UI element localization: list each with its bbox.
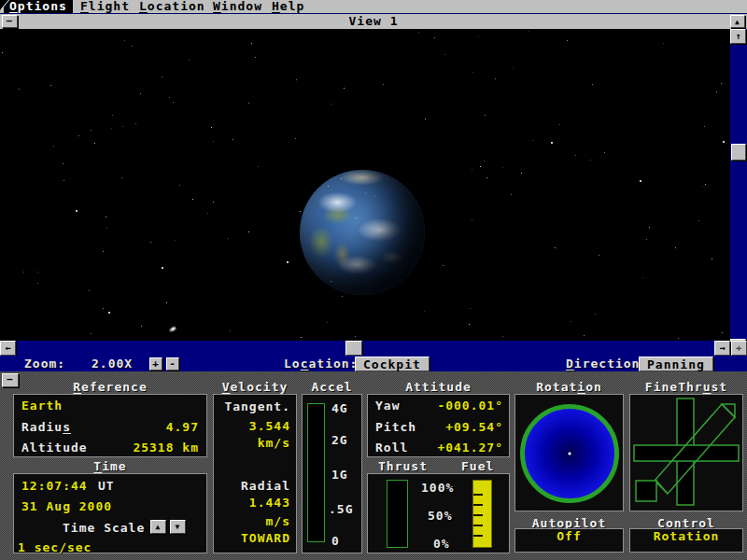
star bbox=[251, 43, 252, 44]
star bbox=[723, 141, 725, 143]
star bbox=[472, 72, 473, 73]
finethrust-box bbox=[629, 394, 743, 511]
view-status-bar: Zoom: 2.00X + - Location: Cockpit Direct… bbox=[0, 356, 747, 372]
star bbox=[150, 242, 151, 243]
time-box: 12:07:44 UT 31 Aug 2000 Time Scale ▲ ▼ 1… bbox=[13, 473, 207, 553]
yaw-value: -000.01° bbox=[437, 399, 503, 413]
autopilot-value: Off bbox=[557, 529, 581, 543]
horizontal-scroll-thumb[interactable] bbox=[345, 341, 362, 356]
star bbox=[356, 217, 357, 218]
star bbox=[649, 227, 650, 228]
finethrust-icon bbox=[630, 395, 742, 511]
location-button[interactable]: Cockpit bbox=[355, 357, 430, 371]
direction-button[interactable]: Panning bbox=[639, 357, 713, 371]
zoom-in-button[interactable]: + bbox=[149, 357, 162, 371]
star bbox=[642, 277, 643, 278]
star bbox=[106, 228, 107, 229]
reference-box: Earth Radius 4.97 Altitude 25318 km bbox=[13, 394, 207, 457]
star bbox=[513, 68, 514, 69]
scroll-up-icon[interactable]: ↑ bbox=[730, 29, 746, 44]
star bbox=[418, 32, 419, 33]
space-view[interactable] bbox=[0, 29, 730, 341]
control-toggle[interactable]: Rotation bbox=[629, 528, 743, 553]
menu-item-flight[interactable]: Flight bbox=[75, 0, 135, 13]
zoom-value: 2.00X bbox=[92, 356, 133, 372]
star bbox=[179, 185, 180, 186]
star bbox=[705, 184, 706, 185]
star bbox=[258, 166, 259, 167]
menu-item-window[interactable]: Window bbox=[207, 0, 268, 13]
star bbox=[521, 173, 522, 174]
radial-unit: m/s bbox=[266, 514, 290, 528]
time-rate-value: 1 sec/sec bbox=[18, 540, 92, 554]
star bbox=[213, 202, 214, 203]
star bbox=[63, 180, 64, 181]
vertical-scroll-thumb[interactable] bbox=[731, 144, 746, 161]
control-value: Rotation bbox=[654, 529, 720, 543]
horizontal-scrollbar[interactable]: ← → bbox=[0, 341, 730, 356]
star bbox=[162, 267, 163, 269]
star bbox=[584, 335, 585, 336]
clock-suffix: UT bbox=[98, 479, 115, 493]
pan-view-icon[interactable]: ✛ bbox=[731, 341, 747, 356]
velocity-box: Tangent. 3.544 km/s Radial 1.443 m/s TOW… bbox=[213, 394, 297, 553]
accel-tick-0: 0 bbox=[331, 534, 340, 548]
roll-label: Roll bbox=[375, 441, 408, 455]
star bbox=[502, 167, 503, 168]
star bbox=[575, 155, 576, 156]
star bbox=[559, 124, 560, 125]
accel-tick-1g: 1G bbox=[331, 468, 348, 482]
view-titlebar[interactable]: − View 1 ▲ bbox=[0, 14, 747, 29]
star bbox=[211, 127, 212, 128]
zoom-out-button[interactable]: - bbox=[166, 357, 179, 371]
star bbox=[704, 126, 705, 127]
application-window: Options Flight Location Window Help − Vi… bbox=[0, 0, 747, 560]
menu-item-location[interactable]: Location bbox=[134, 0, 211, 13]
star bbox=[230, 330, 231, 331]
time-scale-down-icon[interactable]: ▼ bbox=[170, 520, 186, 534]
reference-body: Earth bbox=[21, 399, 63, 413]
radial-value: 1.443 bbox=[249, 496, 290, 510]
star bbox=[721, 83, 722, 84]
tangent-unit: km/s bbox=[258, 436, 290, 450]
scroll-right-icon[interactable]: → bbox=[714, 341, 730, 356]
accel-gauge bbox=[307, 403, 325, 542]
star bbox=[207, 213, 208, 214]
autopilot-toggle[interactable]: Off bbox=[514, 528, 624, 553]
star bbox=[355, 336, 356, 337]
pitch-value: +09.54° bbox=[445, 420, 503, 434]
rotation-box bbox=[514, 394, 624, 511]
clock-value: 12:07:44 bbox=[21, 479, 88, 493]
star bbox=[169, 97, 170, 98]
star bbox=[532, 140, 533, 141]
star bbox=[108, 312, 110, 314]
rotation-ball[interactable] bbox=[520, 404, 619, 503]
star bbox=[140, 93, 141, 94]
minimize-icon[interactable]: − bbox=[2, 15, 18, 28]
star bbox=[91, 333, 92, 334]
star bbox=[486, 177, 487, 178]
roll-value: +041.27° bbox=[437, 441, 503, 455]
attitude-box: Yaw -000.01° Pitch +09.54° Roll +041.27° bbox=[367, 394, 510, 457]
star bbox=[331, 281, 331, 282]
star bbox=[37, 283, 38, 284]
star bbox=[342, 296, 343, 297]
star bbox=[300, 211, 301, 212]
star bbox=[287, 261, 289, 263]
view-window: − View 1 ▲ ↑ ↓ ← → ✛ Zoom: 2.00X + - Loc… bbox=[0, 13, 747, 371]
radius-label: Radius bbox=[21, 420, 71, 434]
time-scale-up-icon[interactable]: ▲ bbox=[150, 520, 166, 534]
star bbox=[124, 40, 125, 41]
time-header: Time bbox=[13, 459, 207, 473]
star bbox=[443, 265, 444, 266]
thrust-tick-50: 50% bbox=[428, 509, 452, 523]
maximize-icon[interactable]: ▲ bbox=[730, 15, 745, 28]
vertical-scrollbar[interactable]: ↑ ↓ bbox=[730, 29, 747, 354]
menu-bar: Options Flight Location Window Help bbox=[0, 0, 747, 13]
scroll-left-icon[interactable]: ← bbox=[0, 341, 16, 356]
menu-item-options[interactable]: Options bbox=[4, 0, 73, 13]
star bbox=[89, 290, 90, 291]
star bbox=[599, 255, 599, 256]
star bbox=[567, 40, 568, 41]
menu-item-help[interactable]: Help bbox=[266, 0, 310, 13]
